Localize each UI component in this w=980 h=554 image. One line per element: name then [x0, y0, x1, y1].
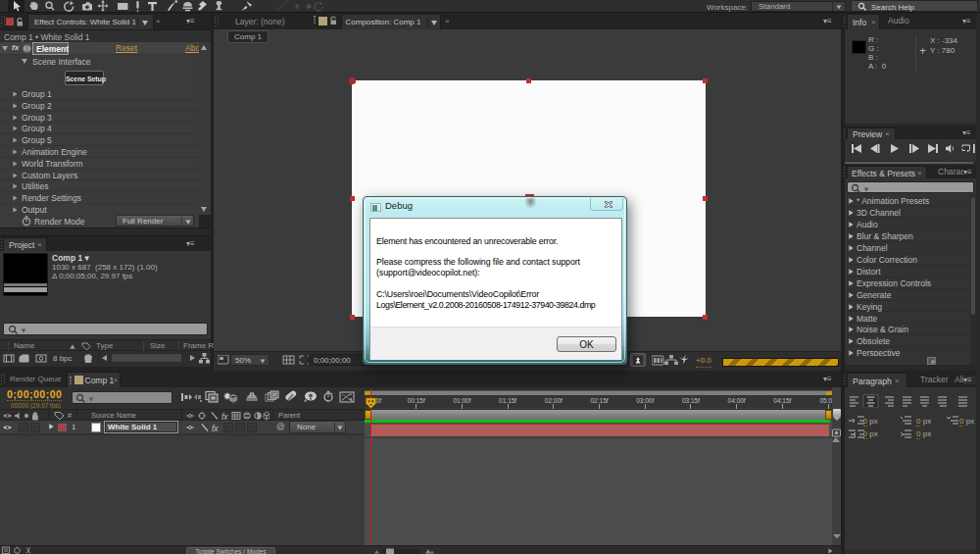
svg-text:fx: fx: [221, 412, 228, 422]
svg-text:fx: fx: [212, 424, 219, 433]
